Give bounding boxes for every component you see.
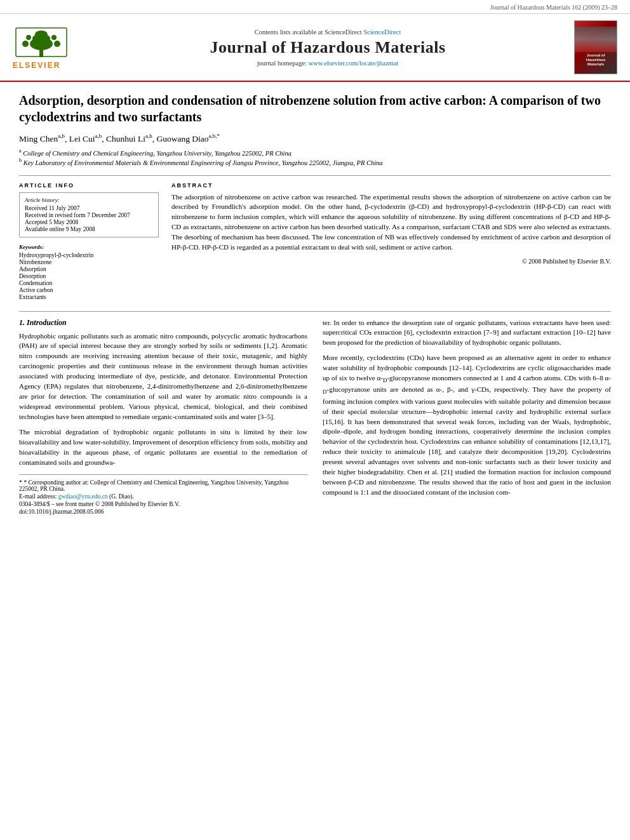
keywords-header: Keywords:	[19, 244, 159, 250]
svg-point-4	[22, 41, 29, 47]
author-super-4: a,b,*	[209, 133, 220, 139]
footer-corresponding: * * Corresponding author at: College of …	[19, 479, 307, 492]
svg-point-5	[54, 41, 60, 47]
header-left-logo: ELSEVIER	[13, 25, 89, 70]
article-info-col: ARTICLE INFO Article history: Received 1…	[19, 182, 159, 301]
copyright-line: © 2008 Published by Elsevier B.V.	[171, 258, 611, 265]
article-info-header: ARTICLE INFO	[19, 182, 159, 189]
body-col-left: 1. Introduction Hydrophobic organic poll…	[19, 318, 307, 516]
keyword-2: Nitrobenzene	[19, 259, 159, 265]
keyword-7: Extractants	[19, 294, 159, 300]
keyword-1: Hydroxypropyl-β-cyclodextrin	[19, 252, 159, 258]
elsevier-text-label: ELSEVIER	[13, 61, 60, 70]
affiliations: a College of Chemistry and Chemical Engi…	[19, 148, 611, 166]
footer-area: * * Corresponding author at: College of …	[19, 474, 307, 515]
body-col-right: ter. In order to enhance the desorption …	[323, 318, 611, 516]
author-super-2: a,b	[95, 133, 102, 139]
svg-point-3	[35, 30, 48, 38]
affil-line-1: a College of Chemistry and Chemical Engi…	[19, 148, 611, 157]
keyword-4: Desorption	[19, 273, 159, 279]
article-info-abstract-section: ARTICLE INFO Article history: Received 1…	[19, 175, 611, 301]
body-para-1: Hydrophobic organic pollutants such as a…	[19, 331, 307, 422]
footer-issn: 0304-3894/$ – see front matter © 2008 Pu…	[19, 501, 307, 507]
footer-email-suffix: (G. Diao).	[109, 493, 134, 500]
abstract-text: The adsorption of nitrobenzene on active…	[171, 192, 611, 253]
article-title: Adsorption, desorption and condensation …	[19, 92, 611, 125]
svg-point-7	[51, 35, 57, 40]
header-right-cover: Journal ofHazardousMaterials	[566, 20, 617, 74]
section-1-heading: 1. Introduction	[19, 318, 307, 328]
journal-ref-bar: Journal of Hazardous Materials 162 (2009…	[0, 0, 630, 14]
elsevier-logo: ELSEVIER	[13, 25, 89, 70]
affil-super-a: a	[19, 148, 22, 154]
footer-doi: doi:10.1016/j.jhazmat.2008.05.006	[19, 509, 307, 515]
journal-ref-text: Journal of Hazardous Materials 162 (2009…	[490, 4, 617, 11]
article-history-box: Article history: Received 11 July 2007 R…	[19, 192, 159, 237]
author-super-3: a,b	[145, 133, 152, 139]
online-line: Available online 9 May 2008	[25, 226, 153, 232]
footer-email: gwdiao@yzu.edu.cn	[58, 493, 108, 500]
journal-homepage: journal homepage: www.elsevier.com/locat…	[89, 60, 566, 67]
cover-smoke-graphic	[575, 27, 617, 52]
abstract-header: ABSTRACT	[171, 182, 611, 189]
authors-line: Ming Chena,b, Lei Cuia,b, Chunhui Lia,b,…	[19, 133, 611, 144]
sciencedirect-link[interactable]: ScienceDirect	[363, 29, 401, 36]
footer-star-symbol: *	[19, 479, 22, 486]
author-super-1: a,b	[58, 133, 65, 139]
contents-line: Contents lists available at ScienceDirec…	[89, 29, 566, 36]
body-section: 1. Introduction Hydrophobic organic poll…	[19, 311, 611, 516]
keyword-3: Adsorption	[19, 266, 159, 272]
footer-email-line: E-mail address: gwdiao@yzu.edu.cn (G. Di…	[19, 493, 307, 500]
body-para-4: More recently, cyclodextrins (CDs) have …	[323, 353, 611, 498]
keyword-5: Condensation	[19, 280, 159, 286]
journal-cover-image: Journal ofHazardousMaterials	[574, 20, 617, 74]
accepted-line: Accepted 5 May 2008	[25, 219, 153, 225]
affil-line-2: b Key Laboratory of Environmental Materi…	[19, 157, 611, 166]
revised-line: Received in revised form 7 December 2007	[25, 212, 153, 218]
body-para-2: The microbial degradation of hydrophobic…	[19, 427, 307, 468]
cover-title-text: Journal ofHazardousMaterials	[585, 52, 607, 69]
header-center: Contents lists available at ScienceDirec…	[89, 29, 566, 67]
article-history-label: Article history:	[25, 197, 153, 203]
main-content: Adsorption, desorption and condensation …	[0, 82, 630, 529]
body-para-3: ter. In order to enhance the desorption …	[323, 318, 611, 349]
keyword-6: Active carbon	[19, 287, 159, 293]
abstract-col: ABSTRACT The adsorption of nitrobenzene …	[171, 182, 611, 301]
affil-super-b: b	[19, 157, 22, 163]
header-area: ELSEVIER Contents lists available at Sci…	[0, 14, 630, 82]
received-line: Received 11 July 2007	[25, 205, 153, 211]
journal-homepage-link[interactable]: www.elsevier.com/locate/jhazmat	[309, 60, 399, 67]
body-two-col: 1. Introduction Hydrophobic organic poll…	[19, 318, 611, 516]
journal-title: Journal of Hazardous Materials	[89, 38, 566, 57]
elsevier-tree-icon	[13, 25, 70, 60]
svg-point-6	[26, 35, 31, 40]
